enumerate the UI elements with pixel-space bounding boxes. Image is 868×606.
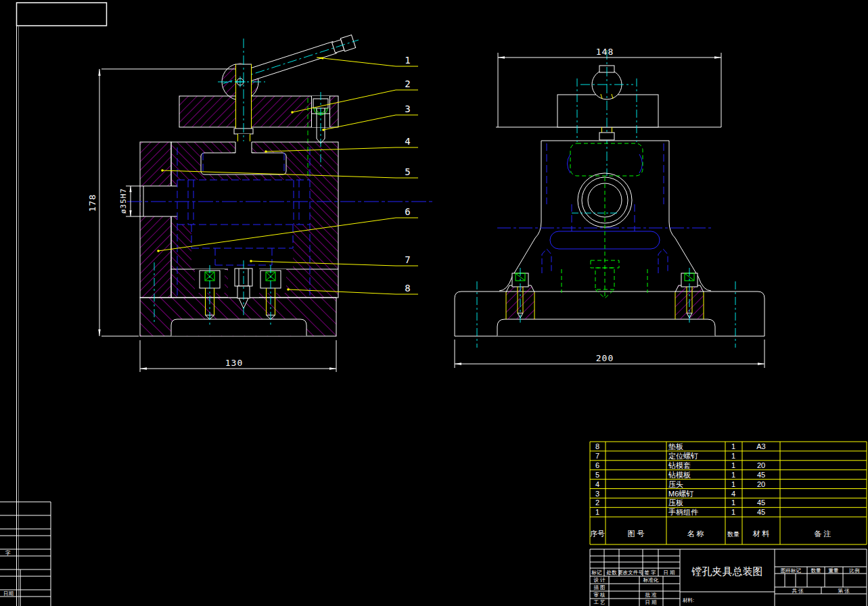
rev-docno: 更改文件号: [618, 569, 643, 576]
material-label: 材料:: [683, 597, 694, 603]
bom-header-qty: 数量: [727, 531, 739, 538]
svg-text:1: 1: [731, 461, 735, 469]
callout-3: 3: [405, 103, 411, 114]
svg-text:3: 3: [595, 490, 599, 498]
svg-text:20: 20: [757, 461, 765, 469]
cad-viewport: 字 日期: [0, 0, 868, 606]
callout-7: 7: [405, 254, 411, 265]
svg-text:钻模套: 钻模套: [668, 461, 691, 469]
body-left-boss: [140, 142, 171, 298]
bom-name: 垫板: [668, 442, 683, 450]
svg-text:20: 20: [757, 480, 765, 488]
bom-seq: 8: [595, 442, 599, 450]
svg-text:5: 5: [595, 471, 599, 479]
callout-5: 5: [405, 166, 411, 177]
bom-table: 8 垫板 1 A3 7 定位螺钉 1 6 钻模套 1 20 5 钻模板 1 45…: [590, 442, 867, 544]
svg-text:45: 45: [757, 471, 765, 479]
dim-bore: ø35H7: [119, 188, 128, 214]
body-outline-right: [669, 141, 711, 291]
info-mark: 图样标记: [781, 567, 802, 574]
callout-1: 1: [405, 55, 411, 66]
svg-text:A3: A3: [756, 442, 765, 450]
dim-width: 130: [225, 358, 243, 368]
svg-text:45: 45: [757, 498, 765, 507]
dim-top: 148: [596, 47, 614, 57]
title-block: 标记 处数 更改文件号 签 字 日 期 设 计 标准化 描 图 审 核 批 准 …: [590, 549, 867, 606]
callout-6: 6: [405, 206, 411, 217]
svg-text:1: 1: [731, 442, 735, 450]
svg-text:7: 7: [595, 452, 599, 460]
sig-trace: 描 图: [593, 584, 605, 590]
rev-mark: 标记: [591, 569, 603, 576]
svg-text:钻模板: 钻模板: [668, 471, 691, 479]
svg-text:手柄组件: 手柄组件: [668, 508, 698, 516]
front-view: 178 ø35H7 130: [87, 35, 433, 372]
bom-header-material: 材 料: [752, 530, 769, 538]
sig-process: 工 艺: [593, 599, 606, 605]
lower-cavity: [191, 225, 293, 269]
dim-height: 178: [87, 194, 97, 212]
dim-base: 200: [596, 353, 614, 363]
sheet-no: 第 张: [838, 588, 850, 594]
svg-text:4: 4: [731, 490, 735, 498]
side-view: 148 200: [455, 47, 764, 368]
sig-design: 设 计: [593, 577, 606, 583]
sig-standard: 标准化: [643, 577, 659, 583]
sheet-total: 共 张: [792, 588, 804, 594]
svg-text:1: 1: [731, 498, 735, 507]
svg-text:1: 1: [595, 508, 599, 516]
sig-date: 日 期: [645, 599, 656, 605]
base-slot: [171, 319, 306, 336]
svg-text:1: 1: [731, 452, 735, 460]
info-scale: 比例: [850, 567, 860, 574]
svg-text:1: 1: [731, 471, 735, 479]
top-cavity: [201, 153, 286, 174]
drawing-title: 镗孔夹具总装图: [691, 565, 763, 577]
bom-header-seq: 序号: [590, 530, 605, 538]
rev-sign: 签 字: [644, 569, 656, 576]
svg-text:1: 1: [731, 508, 735, 516]
callout-4: 4: [405, 136, 411, 147]
svg-text:2: 2: [595, 498, 599, 507]
bom-header-remark: 备 注: [814, 530, 831, 538]
callout-2: 2: [405, 78, 411, 89]
margin-label-1: 字: [5, 550, 11, 556]
rev-count: 处数: [606, 569, 618, 576]
frame-corner-box: [17, 3, 107, 26]
sig-approve: 批 准: [645, 592, 657, 598]
info-weight: 重量: [829, 567, 840, 574]
svg-text:45: 45: [757, 508, 765, 516]
margin-label-2: 日期: [3, 590, 14, 597]
svg-text:6: 6: [595, 461, 599, 469]
svg-text:4: 4: [595, 480, 599, 488]
sig-check: 审 核: [593, 592, 606, 598]
callout-8: 8: [405, 283, 411, 294]
bom-header-dwgno: 图 号: [627, 530, 644, 538]
drawing-canvas: 字 日期: [0, 0, 868, 606]
bore-band: [177, 180, 310, 225]
bom-header-name: 名 称: [687, 530, 704, 538]
svg-text:压板: 压板: [668, 498, 683, 507]
rev-date: 日 期: [663, 569, 675, 576]
info-qty: 数量: [811, 567, 822, 574]
svg-text:压头: 压头: [668, 480, 683, 488]
svg-text:1: 1: [731, 480, 735, 488]
svg-text:M6螺钉: M6螺钉: [668, 490, 693, 498]
svg-text:定位螺钉: 定位螺钉: [668, 452, 698, 460]
